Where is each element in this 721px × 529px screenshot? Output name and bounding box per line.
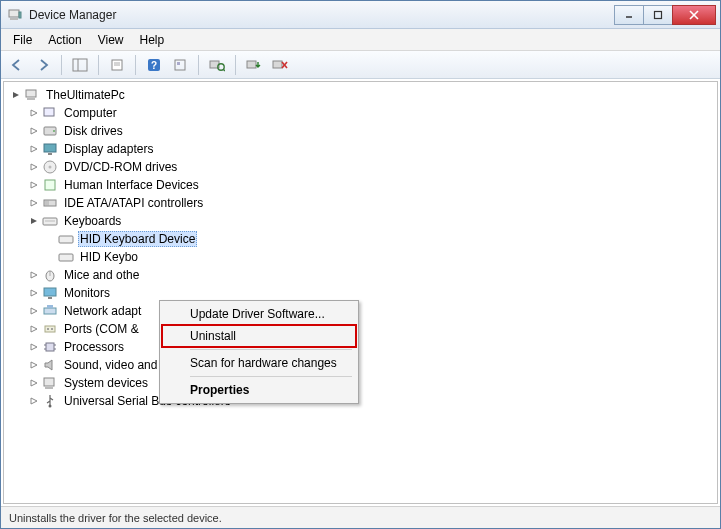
tree-pane[interactable]: TheUltimatePc Computer Disk drives Displ… — [3, 81, 718, 504]
expand-icon[interactable] — [28, 359, 40, 371]
context-menu: Update Driver Software... Uninstall Scan… — [159, 300, 359, 404]
separator — [61, 55, 62, 75]
tree-node-label: Mice and othe — [62, 267, 141, 283]
toolbar: ? — [1, 51, 720, 79]
keyboard-icon — [42, 213, 58, 229]
collapse-icon[interactable] — [28, 215, 40, 227]
tree-node-label: Monitors — [62, 285, 112, 301]
menu-help[interactable]: Help — [132, 31, 173, 49]
back-button[interactable] — [7, 55, 27, 75]
monitor-icon — [42, 285, 58, 301]
tree-node[interactable]: Human Interface Devices — [6, 176, 715, 194]
tree-root[interactable]: TheUltimatePc — [6, 86, 715, 104]
device-manager-window: Device Manager File Action View Help ? — [0, 0, 721, 529]
scan-hardware-button[interactable] — [207, 55, 227, 75]
title-bar[interactable]: Device Manager — [1, 1, 720, 29]
tree-node-selected[interactable]: HID Keyboard Device — [6, 230, 715, 248]
expand-icon[interactable] — [28, 179, 40, 191]
ctx-uninstall[interactable]: Uninstall — [162, 325, 356, 347]
separator — [190, 349, 352, 350]
close-button[interactable] — [672, 5, 716, 25]
svg-rect-29 — [48, 153, 52, 155]
port-icon — [42, 321, 58, 337]
tree-node[interactable]: Network adapt — [6, 302, 715, 320]
tree-node[interactable]: Computer — [6, 104, 715, 122]
network-icon — [42, 303, 58, 319]
svg-point-56 — [49, 405, 52, 408]
app-icon — [7, 7, 23, 23]
help-button[interactable]: ? — [144, 55, 164, 75]
tree-node-label: System devices — [62, 375, 150, 391]
tree-node[interactable]: Sound, video and game controllers — [6, 356, 715, 374]
toolbar-button[interactable] — [170, 55, 190, 75]
maximize-button[interactable] — [643, 5, 673, 25]
tree-node[interactable]: Monitors — [6, 284, 715, 302]
collapse-icon[interactable] — [10, 89, 22, 101]
menu-file[interactable]: File — [5, 31, 40, 49]
tree-node-label: Disk drives — [62, 123, 125, 139]
svg-rect-15 — [177, 62, 180, 65]
svg-rect-2 — [19, 12, 21, 18]
svg-rect-49 — [46, 343, 54, 351]
menu-action[interactable]: Action — [40, 31, 89, 49]
uninstall-button[interactable] — [270, 55, 290, 75]
tree-node-label: HID Keybo — [78, 249, 140, 265]
svg-rect-43 — [48, 297, 52, 299]
computer-icon — [42, 105, 58, 121]
expand-icon[interactable] — [28, 305, 40, 317]
svg-rect-44 — [44, 308, 56, 314]
update-driver-button[interactable] — [244, 55, 264, 75]
menu-view[interactable]: View — [90, 31, 132, 49]
device-tree: TheUltimatePc Computer Disk drives Displ… — [6, 86, 715, 410]
tree-node[interactable]: HID Keybo — [6, 248, 715, 266]
svg-rect-39 — [59, 254, 73, 261]
tree-node-keyboards[interactable]: Keyboards — [6, 212, 715, 230]
separator — [190, 376, 352, 377]
tree-node[interactable]: Universal Serial Bus controllers — [6, 392, 715, 410]
tree-node[interactable]: System devices — [6, 374, 715, 392]
expand-icon[interactable] — [28, 395, 40, 407]
expand-icon[interactable] — [28, 269, 40, 281]
tree-node[interactable]: Disk drives — [6, 122, 715, 140]
properties-button[interactable] — [107, 55, 127, 75]
svg-rect-4 — [655, 11, 662, 18]
expand-icon[interactable] — [28, 125, 40, 137]
svg-rect-7 — [73, 59, 87, 71]
ctx-update-driver[interactable]: Update Driver Software... — [162, 303, 356, 325]
svg-rect-46 — [45, 326, 55, 332]
tree-node[interactable]: Mice and othe — [6, 266, 715, 284]
expand-icon[interactable] — [28, 377, 40, 389]
tree-node-label: Display adapters — [62, 141, 155, 157]
ide-icon — [42, 195, 58, 211]
tree-node-label: Ports (COM & — [62, 321, 141, 337]
window-controls — [615, 5, 716, 25]
expand-icon[interactable] — [28, 323, 40, 335]
ctx-scan-hardware[interactable]: Scan for hardware changes — [162, 352, 356, 374]
disk-icon — [42, 123, 58, 139]
tree-node-label: Human Interface Devices — [62, 177, 201, 193]
svg-rect-24 — [27, 98, 35, 100]
menu-bar: File Action View Help — [1, 29, 720, 51]
expand-icon[interactable] — [28, 341, 40, 353]
tree-node[interactable]: IDE ATA/ATAPI controllers — [6, 194, 715, 212]
show-hide-tree-button[interactable] — [70, 55, 90, 75]
tree-node-label: IDE ATA/ATAPI controllers — [62, 195, 205, 211]
forward-button[interactable] — [33, 55, 53, 75]
expand-icon[interactable] — [28, 143, 40, 155]
dvd-icon — [42, 159, 58, 175]
tree-node[interactable]: Processors — [6, 338, 715, 356]
expand-icon[interactable] — [28, 107, 40, 119]
minimize-button[interactable] — [614, 5, 644, 25]
cpu-icon — [42, 339, 58, 355]
ctx-properties[interactable]: Properties — [162, 379, 356, 401]
expand-icon[interactable] — [28, 197, 40, 209]
tree-node-label: HID Keyboard Device — [78, 231, 197, 247]
tree-node[interactable]: Display adapters — [6, 140, 715, 158]
expand-icon[interactable] — [28, 287, 40, 299]
svg-rect-32 — [45, 180, 55, 190]
display-icon — [42, 141, 58, 157]
tree-node[interactable]: DVD/CD-ROM drives — [6, 158, 715, 176]
tree-node[interactable]: Ports (COM & — [6, 320, 715, 338]
svg-rect-38 — [59, 236, 73, 243]
expand-icon[interactable] — [28, 161, 40, 173]
